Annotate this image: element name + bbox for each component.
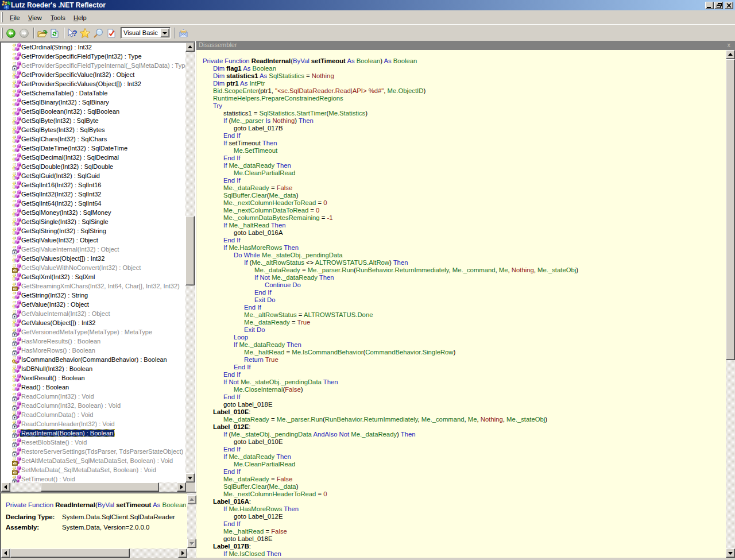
svg-text:?: ?: [72, 29, 78, 38]
